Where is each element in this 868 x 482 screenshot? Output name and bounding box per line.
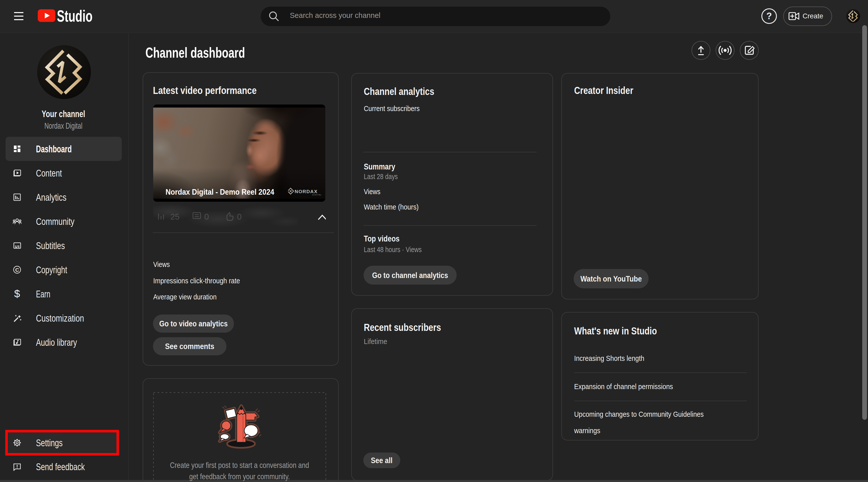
svg-text:See all: See all bbox=[371, 456, 393, 465]
svg-text:Recent subscribers: Recent subscribers bbox=[364, 322, 441, 333]
svg-text:Watch on YouTube: Watch on YouTube bbox=[581, 274, 642, 283]
svg-text:Analytics: Analytics bbox=[36, 192, 66, 203]
svg-text:Search across your channel: Search across your channel bbox=[290, 11, 380, 19]
svg-text:Go to channel analytics: Go to channel analytics bbox=[372, 271, 448, 280]
svg-text:See comments: See comments bbox=[165, 342, 214, 351]
svg-text:Your channel: Your channel bbox=[42, 109, 85, 119]
svg-text:Views: Views bbox=[364, 188, 380, 196]
svg-text:Settings: Settings bbox=[36, 437, 63, 448]
svg-text:Channel analytics: Channel analytics bbox=[364, 86, 434, 97]
svg-text:Last 28 days: Last 28 days bbox=[364, 172, 398, 180]
svg-text:Customization: Customization bbox=[36, 313, 84, 323]
svg-text:Expansion of channel permissio: Expansion of channel permissions bbox=[574, 382, 673, 391]
svg-text:Top videos: Top videos bbox=[364, 234, 400, 243]
svg-text:Increasing Shorts length: Increasing Shorts length bbox=[574, 354, 644, 362]
svg-text:Subtitles: Subtitles bbox=[36, 240, 65, 251]
svg-text:Last 48 hours · Views: Last 48 hours · Views bbox=[364, 246, 422, 254]
svg-text:Latest video performance: Latest video performance bbox=[153, 85, 257, 96]
svg-text:Go to video analytics: Go to video analytics bbox=[159, 319, 228, 328]
svg-text:Create: Create bbox=[803, 12, 823, 20]
svg-text:Creator Insider: Creator Insider bbox=[574, 85, 633, 96]
svg-text:Audio library: Audio library bbox=[36, 337, 77, 348]
svg-text:Views: Views bbox=[153, 260, 170, 268]
svg-text:Send feedback: Send feedback bbox=[36, 461, 85, 472]
svg-text:get feedback from your communi: get feedback from your community. bbox=[189, 472, 290, 481]
svg-text:Nordax Digital - Demo Reel 202: Nordax Digital - Demo Reel 2024 bbox=[165, 187, 274, 196]
svg-text:Channel dashboard: Channel dashboard bbox=[146, 45, 245, 61]
svg-text:Dashboard: Dashboard bbox=[36, 144, 72, 154]
svg-text:Community: Community bbox=[36, 216, 74, 227]
svg-text:What's new in Studio: What's new in Studio bbox=[574, 325, 657, 336]
svg-text:Average view duration: Average view duration bbox=[153, 293, 217, 301]
svg-text:Current subscribers: Current subscribers bbox=[364, 105, 420, 113]
svg-text:Studio: Studio bbox=[57, 7, 93, 25]
svg-text:Upcoming changes to Community: Upcoming changes to Community Guidelines bbox=[574, 410, 704, 418]
svg-text:Create your first post to star: Create your first post to start a conver… bbox=[170, 461, 309, 470]
svg-text:Content: Content bbox=[36, 168, 62, 178]
svg-text:Watch time (hours): Watch time (hours) bbox=[364, 203, 418, 211]
svg-text:Summary: Summary bbox=[364, 162, 395, 171]
svg-text:Nordax Digital: Nordax Digital bbox=[44, 121, 83, 131]
svg-text:warnings: warnings bbox=[574, 427, 600, 435]
svg-text:Earn: Earn bbox=[36, 289, 50, 300]
svg-text:Impressions click-through rate: Impressions click-through rate bbox=[153, 277, 240, 285]
svg-text:Copyright: Copyright bbox=[36, 264, 67, 275]
svg-text:Lifetime: Lifetime bbox=[364, 337, 387, 345]
